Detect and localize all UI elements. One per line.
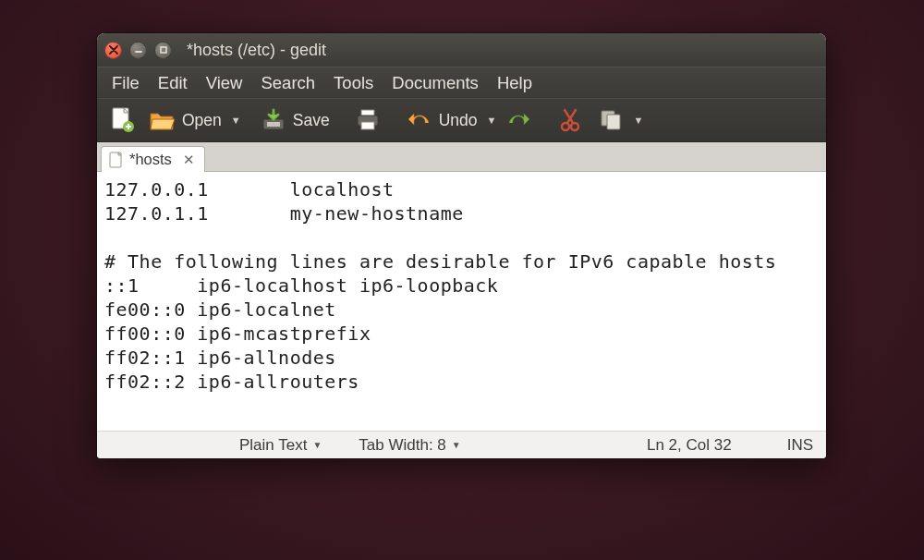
svg-rect-11	[607, 115, 620, 129]
new-file-button[interactable]	[103, 103, 141, 138]
open-folder-icon	[149, 106, 176, 134]
document-icon	[109, 152, 124, 168]
undo-button[interactable]: Undo	[400, 103, 483, 138]
redo-button[interactable]	[499, 103, 538, 138]
window-maximize-button[interactable]	[154, 42, 172, 59]
text-editor[interactable]: 127.0.0.1 localhost 127.0.1.1 my-new-hos…	[97, 172, 826, 431]
insert-mode[interactable]: INS	[787, 436, 813, 455]
tab-hosts[interactable]: *hosts ✕	[101, 146, 205, 172]
open-label: Open	[182, 111, 222, 130]
svg-rect-0	[161, 47, 166, 53]
tab-label: *hosts	[129, 151, 172, 168]
copy-button[interactable]	[591, 103, 630, 138]
undo-label: Undo	[439, 111, 478, 130]
print-button[interactable]	[348, 103, 387, 138]
menu-view[interactable]: View	[199, 70, 250, 96]
cut-icon	[556, 106, 584, 134]
position-label: Ln 2, Col 32	[647, 436, 732, 455]
statusbar: Plain Text ▼ Tab Width: 8 ▼ Ln 2, Col 32…	[97, 431, 826, 458]
open-dropdown[interactable]: ▼	[229, 111, 241, 129]
titlebar[interactable]: *hosts (/etc) - gedit	[97, 33, 826, 67]
window-title: *hosts (/etc) - gedit	[187, 41, 326, 60]
toolbar-overflow[interactable]: ▼	[632, 111, 644, 129]
window-close-button[interactable]	[104, 42, 122, 59]
chevron-down-icon: ▼	[452, 440, 461, 450]
save-icon	[260, 106, 287, 134]
tab-width-selector[interactable]: Tab Width: 8 ▼	[359, 436, 460, 455]
svg-point-9	[571, 123, 578, 130]
menu-documents[interactable]: Documents	[384, 70, 486, 96]
open-button[interactable]: Open	[143, 103, 227, 138]
new-file-icon	[108, 106, 136, 134]
copy-icon	[597, 106, 625, 134]
svg-rect-7	[361, 122, 374, 129]
tab-close-icon[interactable]: ✕	[183, 152, 195, 168]
window-minimize-button[interactable]	[129, 42, 147, 59]
menubar: File Edit View Search Tools Documents He…	[97, 67, 826, 98]
menu-edit[interactable]: Edit	[151, 70, 195, 96]
print-icon	[354, 106, 382, 134]
toolbar: Open ▼ Save Undo ▼	[97, 98, 826, 142]
redo-icon	[505, 106, 532, 134]
cut-button[interactable]	[551, 103, 590, 138]
undo-dropdown[interactable]: ▼	[485, 111, 497, 129]
tabbar: *hosts ✕	[97, 142, 826, 172]
syntax-label: Plain Text	[239, 436, 307, 455]
save-button[interactable]: Save	[254, 103, 335, 138]
undo-icon	[406, 106, 433, 134]
chevron-down-icon: ▼	[312, 440, 322, 450]
svg-rect-4	[267, 122, 280, 127]
mode-label: INS	[787, 436, 813, 455]
menu-tools[interactable]: Tools	[326, 70, 381, 96]
svg-point-8	[562, 123, 569, 130]
cursor-position: Ln 2, Col 32	[647, 436, 732, 455]
syntax-selector[interactable]: Plain Text ▼	[239, 436, 322, 455]
menu-file[interactable]: File	[104, 70, 147, 96]
menu-search[interactable]: Search	[253, 70, 322, 96]
gedit-window: *hosts (/etc) - gedit File Edit View Sea…	[97, 33, 826, 458]
menu-help[interactable]: Help	[490, 70, 540, 96]
save-label: Save	[293, 111, 330, 130]
tab-width-label: Tab Width: 8	[359, 436, 446, 455]
